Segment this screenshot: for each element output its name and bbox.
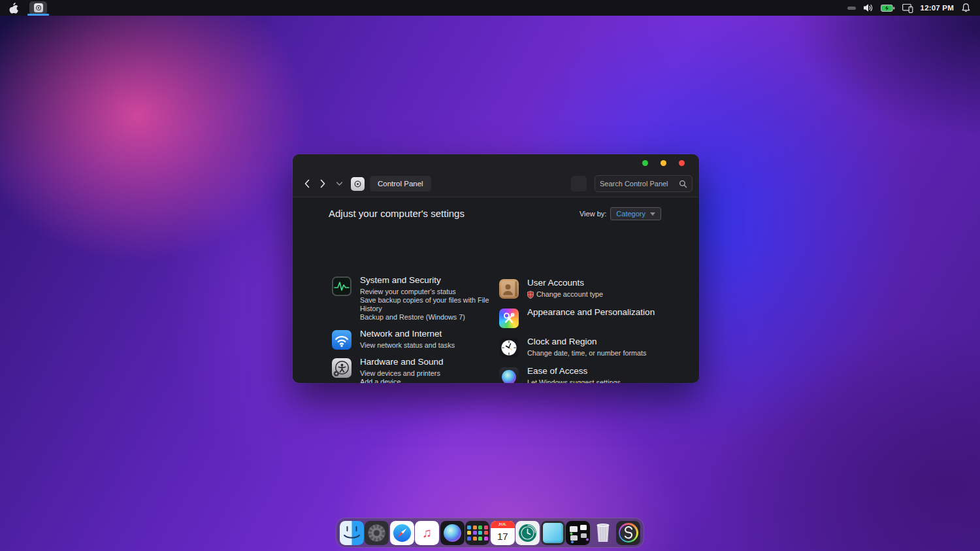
task-link[interactable]: Backup and Restore (Windows 7) — [360, 313, 499, 322]
category-column-right: User Accounts Change account type — [499, 277, 676, 383]
battery-charging-icon[interactable] — [881, 4, 895, 12]
category-ease-of-access: Ease of Access Let Windows suggest setti… — [499, 365, 676, 383]
category-title[interactable]: User Accounts — [527, 277, 603, 288]
window-minimize-button[interactable] — [661, 160, 666, 166]
category-title[interactable]: Clock and Region — [527, 336, 646, 347]
time-machine-icon[interactable] — [515, 521, 540, 545]
task-link[interactable]: Change date, time, or number formats — [527, 349, 646, 358]
network-internet-icon[interactable] — [332, 330, 351, 350]
clock-region-icon[interactable] — [499, 338, 519, 358]
category-appearance-personalization: Appearance and Personalization — [499, 307, 676, 328]
category-network-internet: Network and Internet View network status… — [332, 328, 499, 350]
apple-logo-icon[interactable] — [9, 3, 19, 14]
recent-pages-chevron-icon[interactable] — [336, 181, 343, 186]
rainbow-ring — [619, 523, 638, 543]
siri-orb — [502, 370, 516, 383]
connected-devices-icon[interactable] — [902, 3, 913, 13]
category-user-accounts: User Accounts Change account type — [499, 277, 676, 299]
sticky-note — [543, 523, 563, 543]
page-title: Adjust your computer's settings — [329, 208, 465, 219]
window-toolbar: Control Panel — [293, 171, 699, 196]
category-title[interactable]: Network and Internet — [360, 328, 455, 339]
music-note-glyph: ♫ — [422, 526, 432, 539]
task-link[interactable]: Review your computer's status — [360, 288, 499, 296]
menu-bar-clock[interactable]: 12:07 PM — [921, 4, 954, 12]
desktop-wallpaper: 12:07 PM — [0, 0, 980, 551]
dock: ♫ JUL 17 — [336, 518, 644, 548]
address-app-icon — [351, 177, 365, 191]
view-by-dropdown[interactable]: Category — [610, 207, 661, 220]
window-close-button[interactable] — [679, 160, 685, 166]
calendar-day: 17 — [491, 528, 515, 545]
safari-icon[interactable] — [390, 521, 414, 545]
search-icon — [679, 180, 687, 188]
task-link[interactable]: View devices and printers — [360, 369, 483, 378]
notifications-bell-icon[interactable] — [961, 3, 971, 13]
toolbar-blank-button[interactable] — [571, 176, 587, 192]
control-panel-window: Control Panel Adjust — [293, 154, 699, 383]
task-link[interactable]: Add a device — [360, 378, 483, 383]
calendar-month: JUL — [491, 521, 515, 528]
category-system-security: System and Security Review your computer… — [332, 275, 499, 322]
back-button[interactable] — [299, 176, 315, 192]
finder-icon[interactable] — [340, 521, 364, 545]
search-box — [595, 175, 693, 192]
hardware-sound-icon[interactable] — [332, 358, 351, 378]
active-app-control-panel[interactable] — [29, 1, 47, 15]
category-title[interactable]: System and Security — [360, 275, 499, 286]
view-by-label: View by: — [580, 210, 606, 218]
category-clock-region: Clock and Region Change date, time, or n… — [499, 336, 676, 358]
search-input[interactable] — [600, 180, 679, 188]
task-link-label: Change account type — [536, 290, 603, 299]
window-zoom-button[interactable] — [642, 160, 648, 166]
control-panel-app-icon — [34, 3, 43, 12]
menu-bar: 12:07 PM — [0, 0, 980, 16]
hidden-items-icon[interactable] — [847, 7, 856, 10]
task-link[interactable]: Let Windows suggest settings — [527, 378, 621, 383]
siri-orb — [444, 524, 461, 542]
system-security-icon[interactable] — [332, 276, 351, 296]
appearance-personalization-icon[interactable] — [499, 309, 519, 328]
chevron-down-icon — [650, 212, 655, 216]
stickies-icon[interactable] — [541, 521, 565, 545]
music-icon[interactable]: ♫ — [415, 521, 439, 545]
category-column-left: System and Security Review your computer… — [332, 275, 499, 383]
window-header: Control Panel — [293, 154, 699, 197]
category-title[interactable]: Ease of Access — [527, 365, 621, 376]
trash-icon[interactable] — [591, 521, 615, 545]
siri-icon[interactable] — [440, 521, 465, 545]
task-link-with-shield[interactable]: Change account type — [527, 290, 603, 299]
category-title[interactable]: Appearance and Personalization — [527, 307, 655, 318]
user-accounts-icon[interactable] — [499, 279, 519, 299]
theme-logo-icon[interactable] — [616, 521, 640, 545]
task-link[interactable]: View network status and tasks — [360, 341, 455, 350]
ease-of-access-icon[interactable] — [499, 367, 519, 383]
mission-control-icon[interactable] — [566, 521, 590, 545]
uac-shield-icon — [527, 291, 534, 299]
category-title[interactable]: Hardware and Sound — [360, 356, 483, 367]
volume-icon[interactable] — [863, 3, 874, 12]
system-preferences-icon[interactable] — [365, 521, 389, 545]
view-by-value: Category — [616, 210, 645, 218]
address-breadcrumb[interactable]: Control Panel — [370, 176, 431, 192]
forward-button[interactable] — [315, 176, 331, 192]
calendar-icon[interactable]: JUL 17 — [491, 521, 515, 545]
launchpad-icon[interactable] — [465, 521, 489, 545]
active-app-indicator — [27, 14, 49, 16]
category-hardware-sound: Hardware and Sound View devices and prin… — [332, 356, 499, 383]
task-link[interactable]: Save backup copies of your files with Fi… — [360, 296, 499, 313]
control-panel-content: Adjust your computer's settings View by:… — [293, 197, 699, 382]
